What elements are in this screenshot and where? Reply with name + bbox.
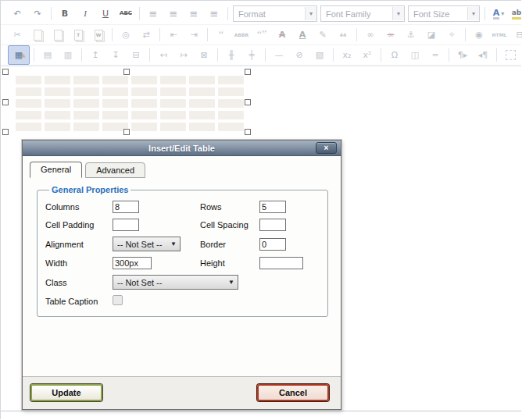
chevron-down-icon[interactable]: ▾ bbox=[467, 7, 479, 20]
rows-input[interactable] bbox=[259, 201, 286, 213]
insert-media-button[interactable]: ◫ bbox=[406, 46, 424, 64]
italic-button[interactable]: I bbox=[76, 5, 95, 23]
delete-row-button[interactable]: ⊟ bbox=[127, 46, 145, 64]
general-properties-fieldset: General Properties Columns Rows Cell Pad… bbox=[37, 185, 328, 317]
delete-column-button[interactable]: ⊠ bbox=[195, 46, 213, 64]
tab-advanced[interactable]: Advanced bbox=[85, 162, 145, 178]
visual-aid-button[interactable]: ▧ bbox=[310, 46, 329, 64]
font-family-select[interactable]: Font Family▾ bbox=[320, 5, 405, 22]
format-select[interactable]: Format▾ bbox=[233, 5, 317, 22]
align-right-button[interactable]: ≡ bbox=[184, 5, 203, 23]
merge-cells-button[interactable]: ╪ bbox=[242, 46, 261, 64]
blockquote-button[interactable]: “ bbox=[212, 26, 231, 44]
tab-general[interactable]: General bbox=[30, 162, 82, 178]
selection-handle-sw[interactable] bbox=[2, 129, 9, 135]
class-label: Class bbox=[45, 278, 113, 287]
insert-column-before-button[interactable]: ↤ bbox=[154, 46, 173, 64]
align-left-button[interactable]: ≡ bbox=[144, 5, 163, 23]
insert-row-after-button[interactable]: ↧ bbox=[106, 46, 125, 64]
right-to-left-button[interactable]: ◂¶ bbox=[474, 46, 492, 64]
selection-handle-s[interactable] bbox=[123, 129, 130, 135]
width-label: Width bbox=[45, 258, 113, 268]
close-button[interactable]: × bbox=[316, 142, 337, 154]
insert-layer-button[interactable] bbox=[501, 46, 520, 64]
class-select[interactable]: -- Not Set -- ▼ bbox=[113, 275, 238, 290]
cleanup-code-button[interactable]: ✧ bbox=[442, 26, 461, 44]
table-cell-properties-button[interactable]: ▥ bbox=[59, 46, 77, 64]
paste-from-word-button[interactable]: W bbox=[89, 26, 108, 44]
table-cell bbox=[102, 87, 128, 96]
acronym-button[interactable]: 44 bbox=[334, 26, 352, 44]
insert-column-after-button[interactable]: ↦ bbox=[174, 46, 193, 64]
remove-formatting-button[interactable]: ⊘ bbox=[290, 46, 309, 64]
table-caption-checkbox[interactable] bbox=[113, 295, 123, 305]
table-cell bbox=[131, 111, 157, 119]
table-cell bbox=[131, 99, 157, 108]
subscript-button[interactable]: x₂ bbox=[338, 46, 356, 64]
find-replace-button[interactable]: ⇄ bbox=[137, 26, 156, 44]
underline-button[interactable]: U bbox=[96, 5, 115, 23]
table-cell bbox=[218, 76, 244, 84]
cut-button[interactable]: ✂ bbox=[8, 26, 27, 44]
insert-link-button[interactable]: ∞ bbox=[361, 26, 380, 44]
paste-button[interactable] bbox=[48, 26, 67, 44]
superscript-button[interactable]: x² bbox=[358, 46, 377, 64]
special-character-button[interactable]: Ω bbox=[385, 46, 404, 64]
cell-spacing-input[interactable] bbox=[259, 219, 286, 231]
insert-row-before-button[interactable]: ↥ bbox=[86, 46, 105, 64]
text-color-button[interactable]: A▾ bbox=[489, 5, 508, 23]
split-cells-button[interactable]: ╫ bbox=[222, 46, 241, 64]
align-center-button[interactable]: ≡ bbox=[164, 5, 183, 23]
selection-handle-n[interactable] bbox=[123, 69, 130, 75]
insert-image-button[interactable]: ◪ bbox=[422, 26, 441, 44]
unlink-button[interactable]: ∞ bbox=[381, 26, 400, 44]
inserted-text-button[interactable]: A bbox=[293, 26, 312, 44]
width-input[interactable] bbox=[113, 257, 152, 269]
copy-button[interactable] bbox=[28, 26, 47, 44]
horizontal-rule-button[interactable]: — bbox=[270, 46, 288, 64]
attributes-button[interactable]: ✎ bbox=[313, 26, 332, 44]
deleted-text-button[interactable]: A bbox=[273, 26, 291, 44]
anchor-button[interactable]: ⚓ bbox=[402, 26, 420, 44]
alignment-select[interactable]: -- Not Set -- ▼ bbox=[113, 237, 181, 251]
selection-handle-e[interactable] bbox=[245, 99, 251, 105]
bold-button[interactable]: B bbox=[55, 5, 74, 23]
paste-as-text-button[interactable]: T bbox=[69, 26, 88, 44]
chevron-down-icon[interactable]: ▾ bbox=[305, 7, 316, 20]
find-icon: ◎ bbox=[122, 28, 130, 41]
selection-handle-w[interactable] bbox=[2, 99, 9, 105]
abbreviation-button[interactable]: ABBR bbox=[232, 26, 251, 44]
font-size-select[interactable]: Font Size▾ bbox=[408, 5, 480, 22]
update-button[interactable]: Update bbox=[30, 384, 102, 401]
cell-padding-input[interactable] bbox=[113, 219, 139, 231]
insert-column-after-icon: ↦ bbox=[180, 48, 187, 62]
selection-handle-nw[interactable] bbox=[2, 69, 9, 75]
selection-handle-ne[interactable] bbox=[245, 69, 251, 75]
find-button[interactable]: ◎ bbox=[116, 26, 135, 44]
dialog-titlebar[interactable]: Insert/Edit Table × bbox=[23, 141, 341, 156]
text-color-icon: A bbox=[493, 9, 500, 20]
table-row-properties-button[interactable]: ▤ bbox=[38, 46, 57, 64]
height-input[interactable] bbox=[259, 257, 303, 269]
align-justify-button[interactable]: ≡ bbox=[205, 5, 223, 23]
undo-button[interactable]: ↶ bbox=[8, 5, 27, 23]
redo-button[interactable]: ↷ bbox=[28, 5, 47, 23]
strikethrough-button[interactable]: ABC bbox=[116, 5, 135, 23]
advanced-hr-button[interactable]: ═ bbox=[426, 46, 445, 64]
border-input[interactable] bbox=[259, 238, 286, 251]
cancel-button[interactable]: Cancel bbox=[257, 384, 329, 401]
chevron-down-icon[interactable]: ▾ bbox=[501, 10, 504, 17]
indent-button[interactable]: ⇥ bbox=[184, 26, 203, 44]
html-source-button[interactable]: HTML bbox=[490, 26, 509, 44]
selection-handle-se[interactable] bbox=[245, 129, 251, 135]
preview-button[interactable]: ◉ bbox=[470, 26, 488, 44]
citation-button[interactable]: “” bbox=[252, 26, 271, 44]
columns-input[interactable] bbox=[113, 201, 139, 213]
print-button[interactable]: ⊟ bbox=[510, 26, 522, 44]
outdent-button[interactable]: ⇤ bbox=[164, 26, 183, 44]
chevron-down-icon[interactable]: ▾ bbox=[392, 7, 404, 20]
highlight-color-button[interactable]: ab▾ bbox=[509, 5, 522, 23]
rows-label: Rows bbox=[200, 202, 259, 212]
left-to-right-button[interactable]: ¶▸ bbox=[453, 46, 472, 64]
insert-table-button[interactable]: ▦ bbox=[8, 45, 30, 65]
